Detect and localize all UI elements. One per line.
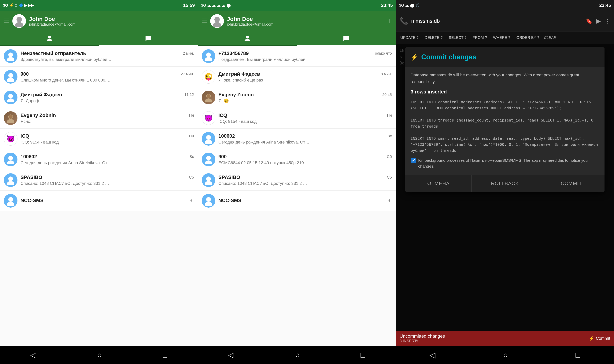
toolbar-where[interactable]: WHERE ?	[492, 35, 512, 40]
list-item[interactable]: 100602 Вс Сегодня день рождения Arina St…	[0, 149, 198, 170]
conv-body: ICQ Пн ICQ: 9154 - ваш код	[21, 133, 194, 145]
conv-name: NCC-SMS	[21, 197, 43, 203]
toolbar-from[interactable]: FROM ?	[471, 35, 489, 40]
svg-point-7	[7, 98, 14, 102]
conv-avatar	[4, 49, 17, 63]
lightning-icon: ⚡	[411, 52, 418, 62]
add-button-left[interactable]: +	[190, 17, 194, 25]
home-button-left[interactable]: ○	[90, 349, 109, 361]
conv-avatar	[4, 194, 17, 208]
list-item[interactable]: NCC-SMS Чт	[198, 191, 396, 211]
conv-body: ICQ Пн ICQ: 9154 - ваш код	[218, 112, 392, 124]
conv-avatar	[4, 70, 17, 84]
recent-button-db[interactable]: □	[568, 349, 588, 361]
time-db: 23:45	[599, 3, 611, 8]
modal-body: Database mmssms.db will be overwritten w…	[405, 67, 604, 175]
db-title: mmssms.db	[411, 18, 583, 24]
kill-processes-checkbox[interactable]	[411, 158, 416, 163]
toolbar-update[interactable]: UPDATE ?	[399, 35, 420, 40]
bookmark-icon[interactable]: 🔖	[586, 18, 593, 24]
conv-name: Evgeny Zobnin	[21, 112, 56, 118]
conv-name: SPASIBO	[218, 174, 240, 180]
uncommitted-commit-button[interactable]: ⚡ Commit	[589, 336, 610, 341]
add-button-middle[interactable]: +	[388, 17, 392, 25]
svg-point-0	[16, 17, 22, 22]
conv-body: SPASIBO Сб Списано: 1048 СПАСИБО. Доступ…	[21, 174, 194, 186]
phone-icon: 📞	[400, 17, 408, 25]
list-item[interactable]: SPASIBO Сб Списано: 1048 СПАСИБО. Доступ…	[198, 170, 396, 191]
conv-body: Дмитрий Фадеев 8 мин. Я: оке, спасиб еще…	[218, 71, 392, 83]
svg-point-17	[214, 17, 220, 22]
list-item[interactable]: NCC-SMS Чт	[0, 191, 198, 211]
list-item[interactable]: 😈 ICQ Пн ICQ: 9154 - ваш код	[0, 129, 198, 149]
back-button-left[interactable]: ◁	[23, 349, 44, 361]
conv-time: Сб	[387, 175, 392, 180]
bottom-nav-middle: ◁ ○ □	[198, 346, 396, 364]
tab-messages-middle[interactable]	[297, 31, 396, 46]
user-email-left: john.brada.doe@gmail.com	[29, 22, 187, 26]
svg-point-18	[213, 22, 221, 27]
conv-time: Чт	[190, 198, 194, 203]
conv-body: SPASIBO Сб Списано: 1048 СПАСИБО. Доступ…	[218, 174, 392, 186]
conv-avatar: 😜	[202, 70, 215, 84]
conv-body: 900 Сб ECMC6844 02.05.15 12:49 покупка 4…	[218, 154, 392, 165]
recent-button-left[interactable]: □	[155, 349, 175, 361]
conversation-list-left: Неизвестный отправитель 2 мин. Здравству…	[0, 46, 198, 346]
conv-preview: Я: оке, спасиб еще раз	[218, 78, 309, 83]
conv-avatar	[4, 173, 17, 187]
modal-title: Commit changes	[421, 52, 476, 62]
list-item[interactable]: 900 Сб ECMC6844 02.05.15 12:49 покупка 4…	[198, 149, 396, 170]
modal-sql: INSERT INTO canonical_addresses (address…	[411, 99, 599, 154]
home-button-middle[interactable]: ○	[287, 349, 307, 361]
conv-name: Неизвестный отправитель	[21, 51, 86, 56]
modal-actions: Отмена Rollback Commit	[405, 175, 604, 192]
conv-time: Чт	[388, 198, 392, 203]
list-item[interactable]: Неизвестный отправитель 2 мин. Здравству…	[0, 46, 198, 66]
tab-contacts-middle[interactable]	[198, 31, 297, 45]
list-item[interactable]: 900 27 мин. Слишком много денег, мы отня…	[0, 66, 198, 87]
db-content: INSERT INTO sms(thread_id, address, date…	[396, 44, 614, 331]
list-item[interactable]: 😜 Дмитрий Фадеев 8 мин. Я: оке, спасиб е…	[198, 66, 396, 87]
home-button-db[interactable]: ○	[496, 349, 515, 361]
cancel-button[interactable]: Отмена	[405, 175, 472, 192]
tabs-left	[0, 31, 198, 46]
tabs-middle	[198, 31, 396, 46]
conv-preview: Сегодня день рождения Arina Strelnikova.…	[218, 140, 309, 145]
hamburger-menu-middle[interactable]: ☰	[202, 17, 207, 25]
more-icon[interactable]: ⋮	[604, 18, 610, 24]
toolbar-delete[interactable]: DELETE ?	[423, 35, 444, 40]
list-item[interactable]: 😈 ICQ Пн ICQ: 9154 - ваш код	[198, 108, 396, 129]
hamburger-menu-left[interactable]: ☰	[4, 17, 9, 25]
panel-left: ☰ John Doe john.brada.doe@gmail.com +	[0, 11, 198, 364]
back-button-db[interactable]: ◁	[422, 349, 443, 361]
svg-point-10	[9, 115, 13, 119]
uncommitted-info: Uncommitted changes 3 INSERTs	[400, 334, 445, 343]
toolbar-select[interactable]: SELECT ?	[447, 35, 468, 40]
list-item[interactable]: SPASIBO Сб Списано: 1048 СПАСИБО. Доступ…	[0, 170, 198, 191]
recent-button-middle[interactable]: □	[353, 349, 373, 361]
db-action-icons: 🔖 ▶ ⋮	[586, 18, 610, 24]
conv-preview: Списано: 1048 СПАСИБО. Доступно: 331.2 С…	[21, 181, 112, 186]
conv-body: Evgeny Zobnin Пн Ясно.	[21, 112, 194, 124]
toolbar-orderby[interactable]: ORDER BY ?	[515, 35, 541, 40]
tab-messages-left[interactable]	[99, 31, 198, 46]
conv-preview: Сегодня день рождения Arina Strelnikova.…	[21, 160, 112, 165]
tab-contacts-left[interactable]	[0, 31, 99, 45]
list-item[interactable]: Дмитрий Фадеев 11:12 Я: Дароф	[0, 87, 198, 108]
list-item[interactable]: +7123456789 Только что Поздравляем, Вы в…	[198, 46, 396, 66]
conv-body: +7123456789 Только что Поздравляем, Вы в…	[218, 51, 392, 62]
toolbar-clear[interactable]: CLEAR	[544, 36, 557, 40]
play-icon[interactable]: ▶	[596, 18, 601, 24]
rollback-button[interactable]: Rollback	[472, 175, 538, 192]
lightning-small-icon: ⚡	[589, 336, 594, 341]
list-item[interactable]: Evgeny Zobnin Пн Ясно.	[0, 108, 198, 129]
status-icons-db: 3G ☁ ⬤ 🎵	[399, 3, 420, 8]
uncommitted-title: Uncommitted changes	[400, 334, 445, 339]
back-button-middle[interactable]: ◁	[221, 349, 242, 361]
list-item[interactable]: Evgeny Zobnin 20:45 Я: 😊	[198, 87, 396, 108]
status-icons-left: 3G ⚡ □	[3, 3, 17, 8]
commit-button[interactable]: Commit	[538, 175, 604, 192]
conv-time: Вс	[387, 134, 392, 138]
list-item[interactable]: 100602 Вс Сегодня день рождения Arina St…	[198, 129, 396, 149]
conv-avatar	[4, 91, 17, 104]
